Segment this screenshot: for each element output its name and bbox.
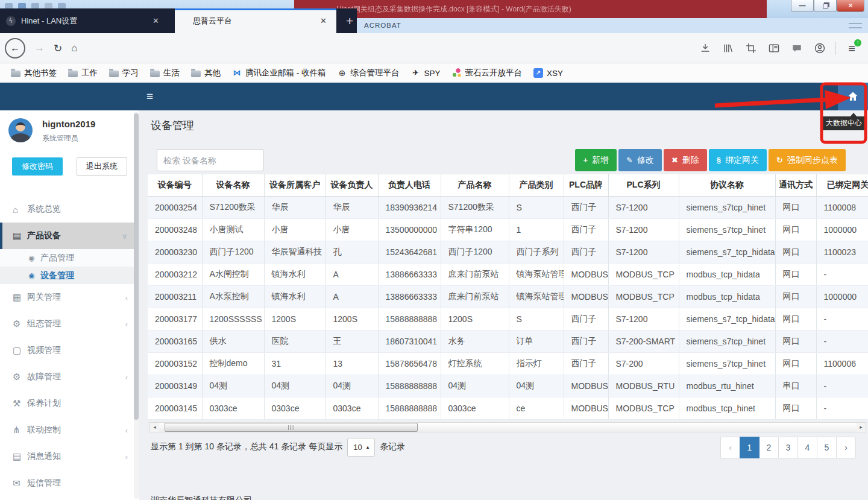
table-cell: 200003211 [148, 286, 202, 308]
toolbar-button[interactable]: + 新增 [575, 149, 617, 171]
bookmark-item[interactable]: 工作 [63, 66, 102, 80]
toolbar-button[interactable]: ↻ 强制同步点表 [769, 149, 846, 171]
account-icon[interactable] [808, 42, 831, 54]
toolbar-button[interactable]: ✖ 删除 [664, 149, 707, 171]
menu-item-label: 系统总览 [27, 204, 128, 215]
page-button[interactable]: 5 [817, 437, 837, 458]
table-row[interactable]: 200003152 控制demo 31 13 15878656478 灯控系统 … [148, 353, 868, 375]
app-menu-icon[interactable]: ≡↑ [840, 42, 863, 55]
bookmark-item[interactable]: ⊕ 综合管理平台 [333, 66, 404, 80]
sidebar-menu-item[interactable]: ▦ 网关管理 ‹ [0, 284, 139, 311]
sidebar-menu-item[interactable]: ⚙ 组态管理 ‹ [0, 311, 139, 337]
bookmark-label: 萤石云开放平台 [465, 68, 523, 78]
bookmark-item[interactable]: 其他 [186, 66, 225, 80]
pagination: ‹12345› [721, 437, 856, 458]
tab-close-icon[interactable]: ✕ [150, 16, 162, 25]
library-icon[interactable] [717, 42, 740, 54]
tab-close-icon[interactable]: ✕ [318, 16, 329, 25]
table-row[interactable]: 200003212 A水闸控制 镇海水利 A 13886663333 庶来门前泵… [148, 264, 868, 286]
bookmark-item[interactable]: 生活 [145, 66, 184, 80]
change-password-button[interactable]: 修改密码 [12, 157, 63, 176]
button-label: 强制同步点表 [787, 155, 838, 166]
table-row[interactable]: 200003211 A水泵控制 镇海水利 A 13886663333 庶来门前泵… [148, 286, 868, 308]
sidebar-menu-item[interactable]: ▤ 产品设备 ∨ [0, 223, 139, 249]
download-icon[interactable] [694, 42, 717, 54]
toolbar-button[interactable]: § 绑定网关 [709, 149, 767, 171]
new-tab-button[interactable]: + [346, 14, 353, 28]
sidebar-menu-item[interactable]: ▤ 消息通知 ‹ [0, 443, 139, 470]
scrollbar-track[interactable] [159, 423, 857, 432]
chevron-icon: ∨ [121, 232, 128, 241]
scroll-left-arrow[interactable]: ◂ [150, 423, 159, 432]
scroll-right-arrow[interactable]: ▸ [857, 423, 866, 432]
table-row[interactable]: 200003254 S71200数采 华辰 华辰 18390936214 S71… [148, 197, 868, 219]
sidebar-menu-item[interactable]: ⌂ 系统总览 [0, 196, 139, 223]
page-size-select[interactable]: 10 ▴ [347, 438, 375, 457]
button-label: 新增 [592, 155, 609, 166]
table-row[interactable]: 200003165 供水 医院 王 18607310041 水务 订单 西门子 … [148, 331, 868, 353]
bookmark-item[interactable]: ↗ XSY [529, 67, 568, 79]
bookmark-item[interactable]: 萤石云开放平台 [447, 66, 527, 80]
sidebar-menu-item[interactable]: ⋔ 联动控制 ‹ [0, 417, 139, 443]
table-cell: MODBUS_TCP [608, 264, 679, 286]
horizontal-scrollbar[interactable]: ◂ ▸ [149, 422, 866, 432]
browser-tab-hinet[interactable]: ϟ Hinet - LAN设置 ✕ [0, 8, 168, 33]
sidebar-scrollbar[interactable] [134, 112, 139, 499]
sidebar-menu-item[interactable]: ⚙ 故障管理 ‹ [0, 364, 139, 390]
sidebar-menu-item[interactable]: ✉ 短信管理 [0, 470, 139, 496]
table-row[interactable]: 200003248 小唐测试 小唐 小唐 13500000000 字符串1200… [148, 219, 868, 241]
table-row[interactable]: 200003177 1200SSSSSS 1200S 1200S 1588888… [148, 308, 868, 331]
back-button[interactable]: ← [5, 38, 25, 59]
table-footer: 显示第 1 到第 10 条记录，总共 41 条记录 每页显示 10 ▴ 条记录 [151, 435, 405, 458]
table-cell: 控制demo [202, 353, 264, 375]
home-icon [847, 90, 859, 103]
bookmark-item[interactable]: ✈ SPY [406, 67, 445, 79]
page-button[interactable]: 1 [740, 437, 760, 458]
sidebar-menu-item[interactable]: ◉ 产品管理 [0, 249, 139, 267]
screenshot-icon[interactable] [740, 42, 763, 54]
device-search-input[interactable] [157, 149, 263, 171]
bookmark-icon [191, 71, 201, 77]
page-button[interactable]: 2 [759, 437, 779, 458]
table-cell: A [326, 264, 378, 286]
table-cell: S [509, 197, 564, 219]
browser-tab-sipu-active[interactable]: 思普云平台 ✕ [175, 8, 336, 33]
reload-button[interactable]: ↻ [54, 42, 62, 55]
datacenter-home-button[interactable] [838, 83, 868, 110]
sidebar-menu-item[interactable]: ▢ 视频管理 [0, 337, 139, 364]
chat-icon[interactable] [785, 42, 808, 54]
sidebar-menu-item[interactable]: ⚒ 保养计划 [0, 390, 139, 417]
page-size-value: 10 [353, 443, 362, 452]
bookmark-item[interactable]: 学习 [104, 66, 143, 80]
sidebar-icon[interactable] [763, 42, 785, 54]
table-row[interactable]: 200003149 04测 04测 04测 15888888888 04测 04… [148, 375, 868, 397]
table-row[interactable]: 200003230 西门子1200 华辰智通科技 孔 15243642681 西… [148, 241, 868, 264]
page-button[interactable]: 3 [778, 437, 798, 458]
table-row[interactable]: 200003145 0303ce 0303ce 0303ce 158888888… [148, 397, 868, 420]
hinet-favicon-icon: ϟ [6, 16, 16, 26]
scrollbar-thumb[interactable] [165, 423, 418, 432]
scrollbar-thumb[interactable] [134, 113, 139, 420]
page-button[interactable]: › [836, 437, 856, 458]
close-button[interactable]: ✕ [837, 0, 864, 12]
table-toolbar: + 新增 ✎ 修改 ✖ 删除 § 绑定网关 ↻ 强制同步点表 [575, 149, 846, 171]
logout-button[interactable]: 退出系统 [77, 157, 127, 176]
background-window-ribbon: ACROBAT [357, 18, 868, 33]
table-cell: S [509, 308, 564, 331]
page-button[interactable]: 4 [797, 437, 817, 458]
toolbar-button[interactable]: ✎ 修改 [618, 149, 662, 171]
minimize-button[interactable]: — [791, 0, 814, 12]
forward-button[interactable]: → [34, 42, 45, 54]
browser-home-button[interactable]: ⌂ [71, 42, 77, 54]
sidebar-toggle-icon[interactable]: ≡ [146, 90, 153, 103]
sidebar-menu-item[interactable]: ◉ 设备管理 [0, 267, 139, 284]
table-cell: 串口 [775, 375, 816, 397]
menu-item-label: 产品设备 [27, 230, 121, 241]
bookmark-item[interactable]: ⋈ 腾讯企业邮箱 - 收件箱 [227, 66, 331, 80]
tab-title: 思普云平台 [193, 16, 318, 27]
acrobat-ribbon-tab[interactable]: ACROBAT [364, 22, 401, 29]
page-button[interactable]: ‹ [720, 437, 740, 458]
maximize-button[interactable] [814, 0, 837, 12]
menu-item-icon: ▤ [13, 451, 27, 462]
bookmark-item[interactable]: 其他书签 [6, 66, 61, 80]
